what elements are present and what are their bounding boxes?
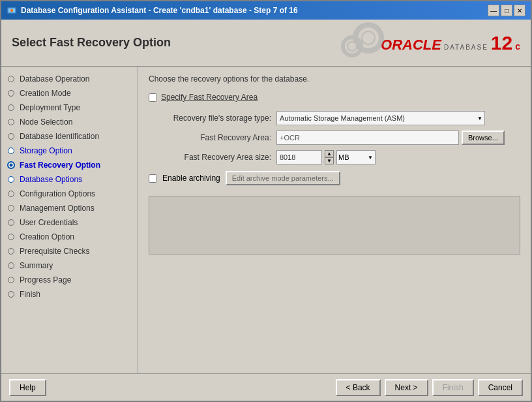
recovery-storage-wrapper: Automatic Storage Management (ASM) File …: [276, 111, 485, 125]
enable-archiving-checkbox[interactable]: [149, 174, 157, 183]
sidebar: Database Operation Creation Mode Deploym…: [1, 67, 138, 373]
minimize-button[interactable]: —: [488, 5, 499, 16]
close-button[interactable]: ✕: [514, 5, 525, 16]
step-icon-summary: [7, 261, 16, 270]
cancel-button[interactable]: Cancel: [478, 379, 523, 396]
step-icon-finish: [7, 290, 16, 299]
fra-size-control: ▲ ▼ MB GB TB ▼: [276, 150, 520, 164]
sidebar-item-progress-page[interactable]: Progress Page: [1, 273, 138, 287]
back-button[interactable]: < Back: [336, 379, 381, 396]
sidebar-item-user-credentials[interactable]: User Credentials: [1, 215, 138, 230]
oracle-logo: ORACLE DATABASE 12c: [332, 22, 520, 64]
main-content: Database Operation Creation Mode Deploym…: [1, 67, 531, 373]
step-icon-storage-option: [7, 146, 16, 155]
fra-size-input[interactable]: [276, 150, 322, 164]
title-bar-left: Database Configuration Assistant - Creat…: [7, 5, 298, 16]
footer-nav-buttons: < Back Next > Finish Cancel: [336, 379, 523, 396]
recovery-storage-control: Automatic Storage Management (ASM) File …: [276, 111, 520, 125]
step-icon-progress-page: [7, 275, 16, 285]
fra-size-increment-button[interactable]: ▲: [325, 150, 334, 157]
fra-path-label: Fast Recovery Area:: [159, 133, 276, 142]
step-icon-creation-mode: [7, 89, 16, 98]
sidebar-item-management-options[interactable]: Management Options: [1, 201, 138, 215]
gear-icon: [332, 22, 385, 64]
sidebar-item-summary[interactable]: Summary: [1, 258, 138, 273]
step-icon-database-options: [7, 175, 16, 184]
sidebar-item-database-options[interactable]: Database Options: [1, 172, 138, 187]
app-icon: [7, 5, 17, 16]
step-icon-node-selection: [7, 117, 16, 127]
svg-point-2: [10, 9, 13, 12]
recovery-storage-select[interactable]: Automatic Storage Management (ASM) File …: [276, 111, 485, 125]
oracle-brand: ORACLE: [381, 37, 441, 54]
step-icon-creation-option: [7, 232, 16, 241]
fra-size-decrement-button[interactable]: ▼: [325, 157, 334, 164]
sidebar-item-creation-option[interactable]: Creation Option: [1, 230, 138, 244]
svg-point-4: [362, 31, 375, 44]
header-area: Select Fast Recovery Option ORACLE DATAB…: [1, 20, 531, 67]
fra-path-row: Fast Recovery Area: Browse...: [159, 131, 520, 145]
sidebar-item-creation-mode[interactable]: Creation Mode: [1, 86, 138, 100]
recovery-storage-row: Recovery file's storage type: Automatic …: [159, 111, 520, 125]
content-panel: Choose the recovery options for the data…: [138, 67, 531, 373]
fra-size-spinner: ▲ ▼: [325, 150, 334, 164]
form-section: Recovery file's storage type: Automatic …: [159, 111, 520, 164]
fra-size-row: Fast Recovery Area size: ▲ ▼ MB: [159, 150, 520, 164]
fra-unit-wrapper: MB GB TB ▼: [336, 150, 376, 164]
step-icon-database-identification: [7, 132, 16, 141]
fra-size-label: Fast Recovery Area size:: [159, 153, 276, 162]
specify-fra-label[interactable]: Specify Fast Recovery Area: [161, 93, 258, 102]
sidebar-item-prerequisite-checks[interactable]: Prerequisite Checks: [1, 244, 138, 258]
next-button[interactable]: Next >: [385, 379, 428, 396]
sidebar-item-configuration-options[interactable]: Configuration Options: [1, 187, 138, 201]
maximize-button[interactable]: □: [501, 5, 512, 16]
edit-archive-button[interactable]: Edit archive mode parameters...: [226, 171, 340, 185]
help-button[interactable]: Help: [9, 379, 46, 396]
database-label: DATABASE: [444, 44, 488, 51]
step-icon-fast-recovery-option: [7, 161, 16, 170]
version-number: 12: [491, 32, 512, 54]
finish-button[interactable]: Finish: [432, 379, 474, 396]
sidebar-item-node-selection[interactable]: Node Selection: [1, 115, 138, 129]
step-icon-configuration-options: [7, 189, 16, 198]
footer: Help < Back Next > Finish Cancel: [1, 373, 531, 401]
info-panel: [149, 196, 520, 255]
window-title: Database Configuration Assistant - Creat…: [21, 6, 298, 15]
step-icon-prerequisite-checks: [7, 247, 16, 256]
recovery-storage-label: Recovery file's storage type:: [159, 114, 276, 123]
title-bar: Database Configuration Assistant - Creat…: [1, 1, 531, 20]
main-window: Database Configuration Assistant - Creat…: [0, 0, 532, 402]
sidebar-item-finish[interactable]: Finish: [1, 287, 138, 302]
sidebar-item-deployment-type[interactable]: Deployment Type: [1, 100, 138, 115]
sidebar-item-database-identification[interactable]: Database Identification: [1, 129, 138, 144]
svg-point-6: [347, 42, 357, 51]
browse-button[interactable]: Browse...: [462, 131, 505, 145]
title-bar-controls: — □ ✕: [488, 5, 525, 16]
sidebar-item-fast-recovery-option[interactable]: Fast Recovery Option: [1, 158, 138, 172]
sidebar-item-storage-option[interactable]: Storage Option: [1, 144, 138, 158]
step-icon-database-operation: [7, 74, 16, 84]
step-icon-deployment-type: [7, 103, 16, 112]
enable-archiving-row: Enable archiving Edit archive mode param…: [149, 171, 520, 185]
content-description: Choose the recovery options for the data…: [149, 74, 520, 84]
step-icon-user-credentials: [7, 218, 16, 227]
fra-path-control: Browse...: [276, 131, 520, 145]
specify-fra-checkbox[interactable]: [149, 93, 157, 102]
step-icon-management-options: [7, 204, 16, 213]
fra-size-input-group: ▲ ▼ MB GB TB ▼: [276, 150, 520, 164]
sidebar-item-database-operation[interactable]: Database Operation: [1, 72, 138, 86]
fra-unit-select[interactable]: MB GB TB: [336, 150, 376, 164]
specify-fra-row: Specify Fast Recovery Area: [149, 93, 520, 102]
fra-path-input[interactable]: [276, 131, 459, 145]
fra-path-input-group: Browse...: [276, 131, 520, 145]
enable-archiving-label[interactable]: Enable archiving: [162, 174, 220, 183]
page-title: Select Fast Recovery Option: [12, 36, 171, 50]
